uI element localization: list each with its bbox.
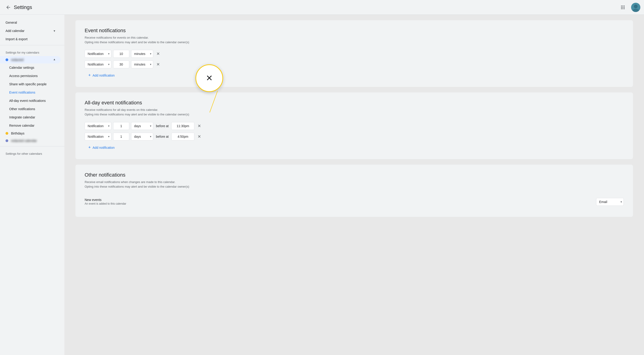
sidebar: General Add calendar ▾ Import & export S… xyxy=(0,15,64,355)
event-notifications-desc-line2: Opting into these notifications may aler… xyxy=(85,40,189,44)
sidebar-item-add-calendar-label: Add calendar xyxy=(6,29,24,33)
all-day-notification-row-2: Notification Email ▾ days hours minutes … xyxy=(85,133,624,140)
all-day-add-notification-button[interactable]: + Add notification xyxy=(85,143,118,152)
event-notif-type-select-2[interactable]: Notification Email xyxy=(85,60,111,68)
my-calendar-chevron-up-icon: ▾ xyxy=(54,58,55,62)
all-day-notifications-desc-line1: Receive notifications for all day events… xyxy=(85,108,158,112)
all-day-add-plus-icon: + xyxy=(88,145,91,150)
sidebar-item-share-specific-people[interactable]: Share with specific people xyxy=(4,80,61,88)
sidebar-item-import-export-label: Import & export xyxy=(6,37,28,41)
close-icon-4: ✕ xyxy=(198,134,201,139)
all-day-notifications-desc-line2: Opting into these notifications may aler… xyxy=(85,113,189,116)
event-notifications-desc-line1: Receive notifications for events on this… xyxy=(85,36,148,39)
new-events-label: New events xyxy=(85,198,126,202)
close-icon-2: ✕ xyxy=(156,62,160,66)
all-day-unit-wrapper-2: days hours minutes weeks ▾ xyxy=(131,133,153,140)
my-calendar-sub-items: Calendar settings Access permissions Sha… xyxy=(0,64,64,130)
event-notif-remove-btn-1[interactable]: ✕ xyxy=(155,50,161,57)
all-day-type-select-1[interactable]: Notification Email xyxy=(85,122,111,130)
back-button[interactable] xyxy=(4,3,13,12)
other-notifications-desc: Receive email notifications when changes… xyxy=(85,180,624,189)
access-permissions-label: Access permissions xyxy=(9,74,38,78)
integrate-calendar-label: Integrate calendar xyxy=(9,116,35,119)
sidebar-item-integrate-calendar[interactable]: Integrate calendar xyxy=(4,113,61,122)
sidebar-item-access-permissions[interactable]: Access permissions xyxy=(4,72,61,80)
event-notif-unit-wrapper-2: minutes hours days weeks ▾ xyxy=(131,60,153,68)
sidebar-item-add-calendar[interactable]: Add calendar ▾ xyxy=(0,27,61,35)
sidebar-item-calendar-settings[interactable]: Calendar settings xyxy=(4,64,61,72)
all-day-unit-select-1[interactable]: days hours minutes weeks xyxy=(131,122,153,130)
all-day-unit-wrapper-1: days hours minutes weeks ▾ xyxy=(131,122,153,130)
sidebar-divider-2 xyxy=(0,146,64,146)
other-notif-info: New events An event is added to this cal… xyxy=(85,198,126,205)
other-calendar-label: redacted calendar xyxy=(11,139,55,142)
birthdays-label: Birthdays xyxy=(11,132,55,135)
all-day-event-notifications-section: All-day event notifications Receive noti… xyxy=(76,92,633,159)
my-calendar-dot xyxy=(6,58,8,61)
all-day-number-input-2[interactable] xyxy=(113,133,129,140)
sidebar-item-remove-calendar[interactable]: Remove calendar xyxy=(4,122,61,130)
event-notification-row-2: Notification Email ▾ minutes hours days … xyxy=(85,60,624,68)
sidebar-item-import-export[interactable]: Import & export xyxy=(0,35,61,43)
all-day-type-select-2[interactable]: Notification Email xyxy=(85,133,111,140)
event-notifications-label: Event notifications xyxy=(9,90,36,94)
birthdays-calendar-item[interactable]: Birthdays xyxy=(0,130,61,137)
other-notifications-desc-line2: Opting into these notifications may aler… xyxy=(85,185,189,188)
other-calendar-dot xyxy=(6,139,8,142)
event-notifications-desc: Receive notifications for events on this… xyxy=(85,36,624,44)
chevron-down-icon: ▾ xyxy=(54,29,55,33)
sidebar-item-event-notifications[interactable]: Event notifications xyxy=(4,88,61,96)
grid-menu-button[interactable] xyxy=(618,3,628,12)
sidebar-item-all-day-event-notifications[interactable]: All-day event notifications xyxy=(4,96,61,105)
event-notif-number-input-2[interactable] xyxy=(113,60,129,68)
new-events-select[interactable]: Email None xyxy=(596,198,624,206)
before-at-label-2: before at xyxy=(155,135,170,138)
back-arrow-icon xyxy=(6,4,11,10)
avatar[interactable] xyxy=(631,3,640,12)
all-day-type-wrapper-1: Notification Email ▾ xyxy=(85,122,111,130)
birthdays-dot xyxy=(6,132,8,135)
all-day-number-input-1[interactable] xyxy=(113,122,129,130)
all-day-notifications-desc: Receive notifications for all day events… xyxy=(85,108,624,116)
new-events-select-wrapper: Email None ▾ xyxy=(596,198,624,206)
my-calendar-item[interactable]: redacted ▾ xyxy=(0,56,61,64)
all-day-remove-btn-1[interactable]: ✕ xyxy=(196,122,202,130)
add-notification-plus-icon: + xyxy=(88,73,91,78)
grid-icon xyxy=(620,4,626,10)
all-day-time-input-1[interactable] xyxy=(171,122,194,130)
avatar-image xyxy=(631,3,640,12)
other-calendar-item[interactable]: redacted calendar xyxy=(0,137,61,144)
all-day-event-notifications-label: All-day event notifications xyxy=(9,99,46,102)
header-right xyxy=(618,3,640,12)
sidebar-item-general-label: General xyxy=(6,21,17,24)
all-day-time-input-2[interactable] xyxy=(171,133,194,140)
my-calendars-section-title: Settings for my calendars xyxy=(0,47,64,56)
main-content: Event notifications Receive notification… xyxy=(64,15,644,355)
all-day-add-notification-label: Add notification xyxy=(93,146,115,150)
sidebar-item-other-notifications[interactable]: Other notifications xyxy=(4,105,61,113)
event-notif-unit-select-1[interactable]: minutes hours days weeks xyxy=(131,50,153,58)
event-notif-type-wrapper-2: Notification Email ▾ xyxy=(85,60,111,68)
event-notif-number-input-1[interactable] xyxy=(113,50,129,58)
close-icon-3: ✕ xyxy=(198,124,201,128)
other-notifications-desc-line1: Receive email notifications when changes… xyxy=(85,180,176,184)
before-at-label-1: before at xyxy=(155,124,170,128)
other-notification-row-1: New events An event is added to this cal… xyxy=(85,194,624,210)
all-day-unit-select-2[interactable]: days hours minutes weeks xyxy=(131,133,153,140)
event-notif-remove-btn-2[interactable]: ✕ xyxy=(155,61,161,68)
event-notifications-title: Event notifications xyxy=(85,28,624,34)
my-calendar-label: redacted xyxy=(11,58,54,62)
event-notifications-section: Event notifications Receive notification… xyxy=(76,20,633,87)
all-day-notification-row-1: Notification Email ▾ days hours minutes … xyxy=(85,122,624,130)
event-notif-type-select-1[interactable]: Notification Email xyxy=(85,50,111,58)
other-calendars-section-title: Settings for other calendars xyxy=(0,148,64,157)
event-notif-unit-wrapper-1: minutes hours days weeks ▾ xyxy=(131,50,153,58)
event-notif-type-wrapper-1: Notification Email ▾ xyxy=(85,50,111,58)
page-title: Settings xyxy=(14,4,32,10)
event-add-notification-button[interactable]: + Add notification xyxy=(85,71,118,80)
app-header: Settings xyxy=(0,0,644,15)
all-day-remove-btn-2[interactable]: ✕ xyxy=(196,133,202,140)
event-notif-unit-select-2[interactable]: minutes hours days weeks xyxy=(131,60,153,68)
sidebar-item-general[interactable]: General xyxy=(0,18,61,27)
close-icon-1: ✕ xyxy=(156,52,160,56)
